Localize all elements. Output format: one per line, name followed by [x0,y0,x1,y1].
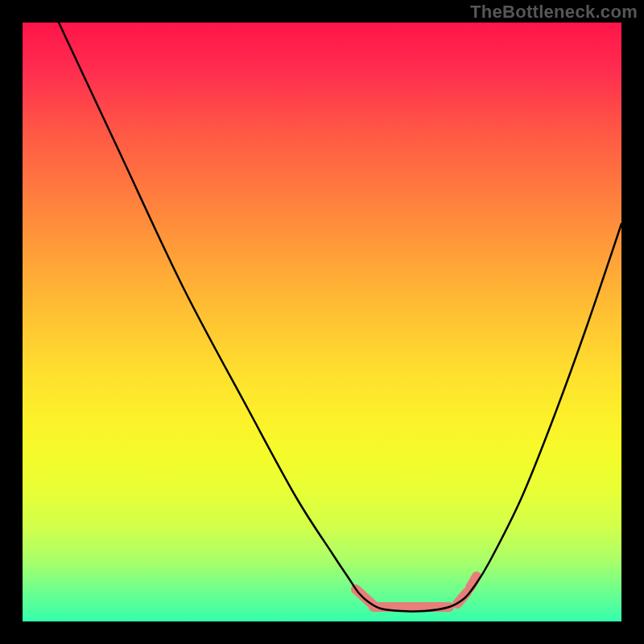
plot-frame [23,23,621,621]
attribution-text: TheBottleneck.com [470,2,638,23]
chart-stage: TheBottleneck.com [0,0,644,644]
bottleneck-curve [59,23,621,611]
curve-layer [23,23,621,621]
